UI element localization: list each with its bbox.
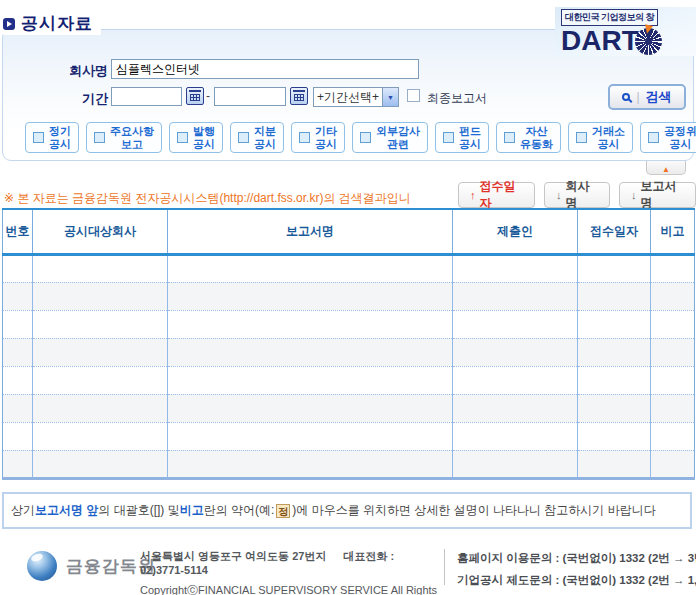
help-note: 상기 보고서명 앞의 대괄호([]) 및 비고란의 약어(예: 정)에 마우스를…: [2, 492, 692, 529]
search-icon: [622, 93, 630, 101]
sort-down-icon: ↓: [631, 189, 637, 201]
filter-checkbox[interactable]: [177, 132, 188, 143]
search-button-label: 검색: [646, 88, 672, 106]
filter-checkbox[interactable]: [360, 132, 371, 143]
sort-by-report-button[interactable]: ↓ 보고서명: [619, 182, 696, 208]
report-name-emphasis: 보고서명 앞: [35, 502, 98, 519]
dropdown-arrow-icon[interactable]: ▼: [382, 88, 398, 106]
filter-major-issues-report[interactable]: 주요사항보고: [86, 122, 162, 153]
page-header: 공시자료: [3, 12, 101, 35]
filter-checkbox[interactable]: [94, 132, 105, 143]
filter-fund-disclosure[interactable]: 펀드공시: [435, 122, 489, 153]
page-title: 공시자료: [21, 12, 93, 35]
footer-address-block: 서울특별시 영등포구 여의도동 27번지 대표전화 : 02)3771-5114…: [140, 549, 440, 595]
table-row: [3, 254, 695, 282]
col-remark: 비고: [651, 209, 695, 254]
footer-contact-block: 홈페이지 이용문의 : (국번없이) 1332 (2번 → 3번) 기업공시 제…: [457, 548, 696, 592]
filter-issuance-disclosure[interactable]: 발행공시: [169, 122, 223, 153]
collapse-panel-button[interactable]: ▲: [646, 161, 686, 175]
table-row: [3, 422, 695, 450]
sort-down-icon: ↓: [556, 189, 562, 201]
footer-contact-disclosure: 기업공시 제도문의 : (국번없이) 1332 (2번 → 1,2번: [457, 570, 696, 592]
period-select[interactable]: +기간선택+ ▼: [313, 87, 399, 107]
search-button[interactable]: | 검색: [608, 84, 686, 110]
filter-checkbox[interactable]: [33, 132, 44, 143]
dart-brand: 대한민국 기업정보의 창 DART: [555, 7, 696, 56]
filter-checkbox[interactable]: [504, 132, 515, 143]
sort-by-company-button[interactable]: ↓ 회사명: [544, 182, 610, 208]
filter-asset-securitization[interactable]: 자산유동화: [496, 122, 561, 153]
table-row: [3, 450, 695, 478]
sort-up-icon: ↑: [470, 189, 476, 201]
company-label: 회사명: [36, 62, 108, 80]
period-from-input[interactable]: [111, 87, 182, 106]
filter-equity-disclosure[interactable]: 지분공시: [230, 122, 284, 153]
disclosure-result-table: 번호 공시대상회사 보고서명 제출인 접수일자 비고: [2, 208, 695, 480]
final-report-label: 최종보고서: [427, 90, 487, 107]
dart-logo: DART: [561, 27, 639, 55]
collapse-arrow-icon: ▲: [662, 165, 670, 174]
fss-logo: 금융감독원: [27, 551, 156, 581]
filter-external-audit[interactable]: 외부감사관련: [352, 122, 428, 153]
period-select-value: +기간선택+: [314, 89, 382, 106]
col-company: 공시대상회사: [33, 209, 168, 254]
search-button-divider: |: [636, 90, 639, 104]
filter-checkbox[interactable]: [576, 132, 587, 143]
footer: 금융감독원 서울특별시 영등포구 여의도동 27번지 대표전화 : 02)377…: [0, 543, 696, 595]
calendar-icon[interactable]: [186, 87, 204, 105]
table-header-row: 번호 공시대상회사 보고서명 제출인 접수일자 비고: [3, 209, 695, 254]
filter-checkbox[interactable]: [443, 132, 454, 143]
sort-buttons: ↑ 접수일자 ↓ 회사명 ↓ 보고서명: [458, 182, 696, 208]
col-report-name: 보고서명: [168, 209, 453, 254]
remark-emphasis: 비고: [180, 502, 204, 519]
brand-tagline: 대한민국 기업정보의 창: [561, 9, 658, 26]
filter-ftc-disclosure[interactable]: 공정위공시: [640, 122, 696, 153]
footer-address: 서울특별시 영등포구 여의도동 27번지: [140, 550, 326, 562]
footer-contact-web: 홈페이지 이용문의 : (국번없이) 1332 (2번 → 3번): [457, 548, 696, 570]
col-receipt-date: 접수일자: [578, 209, 651, 254]
table-row: [3, 310, 695, 338]
period-label: 기간: [36, 90, 108, 108]
footer-divider: [444, 549, 445, 585]
filter-row: 정기공시 주요사항보고 발행공시 지분공시 기타공시 외부감사관련 펀드공시: [25, 122, 696, 153]
period-dash: -: [206, 89, 210, 103]
table-row: [3, 282, 695, 310]
source-notice: ※ 본 자료는 금융감독원 전자공시시스템(http://dart.fss.or…: [4, 190, 456, 207]
final-report-checkbox[interactable]: [407, 89, 420, 102]
company-input[interactable]: [111, 59, 419, 79]
filter-checkbox[interactable]: [648, 132, 659, 143]
table-row: [3, 338, 695, 366]
filter-checkbox[interactable]: [299, 132, 310, 143]
title-bullet-icon: [3, 18, 15, 30]
col-submitter: 제출인: [453, 209, 578, 254]
table-row: [3, 366, 695, 394]
filter-periodic-disclosure[interactable]: 정기공시: [25, 122, 79, 153]
period-to-input[interactable]: [214, 87, 286, 106]
table-row: [3, 394, 695, 422]
fss-globe-icon: [27, 551, 57, 581]
filter-other-disclosure[interactable]: 기타공시: [291, 122, 345, 153]
starburst-icon: [635, 28, 662, 55]
col-number: 번호: [3, 209, 33, 254]
filter-exchange-disclosure[interactable]: 거래소공시: [568, 122, 633, 153]
sort-by-date-button[interactable]: ↑ 접수일자: [458, 182, 535, 208]
abbreviation-badge: 정: [276, 504, 290, 518]
footer-copyright: CopyrightⓒFINANCIAL SUPERVISORY SERVICE …: [140, 583, 440, 595]
calendar-icon[interactable]: [290, 87, 308, 105]
filter-checkbox[interactable]: [238, 132, 249, 143]
